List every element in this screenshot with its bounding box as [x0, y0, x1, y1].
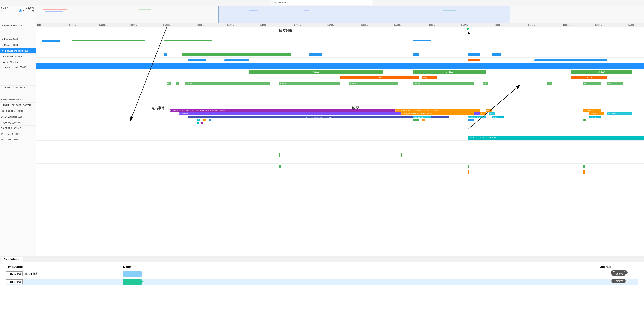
ffrt-delay-tick2 [528, 142, 529, 145]
proc-row-ability[interactable]: H:ABILITY_OR_PAGE_SWITCH [0, 103, 36, 108]
proc-label: Process 1304 [4, 44, 18, 46]
ts-header: TimeStamp [6, 265, 51, 268]
run-bar-4: Running [279, 82, 340, 85]
ruler-tick: 0.1699 s [163, 24, 170, 26]
huawei-active-track [36, 63, 644, 69]
ruler-tick: 0.1019 s [36, 24, 42, 26]
flag-line-2 [468, 27, 468, 256]
proc-row-huawei-sub1[interactable]: .huawei.preload 55890 [0, 65, 36, 86]
netsys-track [36, 38, 644, 52]
sub-bar9 [201, 122, 203, 124]
proc1463-bar2 [182, 53, 292, 56]
g1-radio[interactable] [19, 9, 22, 12]
proc-row-ffrt3[interactable]: OS_FFRT_3_0 55904 [0, 120, 36, 126]
timestamp-1: 168.7 ms [6, 271, 22, 276]
main-container: 6.5 s + 0.1599 s × G1 G2 ▶ netsysnative … [0, 6, 644, 334]
proc1463-bar1 [164, 53, 167, 56]
g2-radio[interactable] [28, 9, 30, 12]
proc-label: IPC_1_55892 55892 [1, 139, 20, 141]
proc-row-1463[interactable]: ▶ Process 1463 [0, 36, 36, 42]
proc1463-bar4 [413, 53, 419, 56]
ipc2-dot2 [583, 170, 585, 174]
ruler-tick: 0.1859 s [428, 24, 435, 26]
run-bar-2 [176, 82, 180, 85]
touch-tick [170, 130, 170, 134]
remove-button-1[interactable]: Remove [612, 272, 626, 276]
proc-label: Actual Timeline [3, 61, 19, 63]
operate-header: Operate [600, 265, 611, 268]
actual-bar-3: 352224 [571, 76, 608, 79]
proc1304-bar2 [224, 59, 249, 61]
track-area[interactable]: 0.1019 s 0.1639 s 0.1659 s 0.1679 s 0.16… [36, 6, 644, 256]
sub-bar2 [203, 119, 206, 121]
proc-row-ffrt2[interactable]: OS_FFRT_2_0 55910 [0, 126, 36, 131]
netsys-bar [42, 39, 60, 42]
proc-label: Expected Timeline [3, 55, 22, 58]
flags-tab[interactable]: Flags Selection [1, 257, 23, 262]
response-arrow-line [166, 33, 468, 33]
ruler-tick: 0.1679 s [130, 24, 137, 26]
receive-bar3: H:Receive V... [583, 109, 602, 112]
proc-row-touch[interactable]: H:touchEventDispatch [0, 97, 36, 103]
response-label: 响应时延 [279, 29, 292, 33]
color-header: Color [123, 265, 131, 268]
expand-arrow: ▶ [2, 24, 3, 27]
proc1463-track [36, 52, 644, 58]
remove-button-2[interactable]: Remove [612, 279, 626, 283]
color-swatch-1 [123, 271, 142, 277]
ffrt3-tick [279, 153, 280, 157]
swatch-arrow [142, 280, 144, 283]
ruler-tick: 0.1839 s [394, 24, 401, 26]
run-bar-8 [547, 82, 552, 85]
proc-row-1304[interactable]: ▶ Process 1304 [0, 42, 36, 48]
g1-radio-label[interactable]: G1 [19, 9, 26, 12]
proc-row-actual[interactable]: Actual Timeline [0, 59, 36, 65]
proc-row-huawei-active[interactable]: ▼ .huawei.preload 55890 [0, 48, 36, 54]
g2-radio-label[interactable]: G2 [28, 9, 34, 12]
proc1304-bar4 [534, 59, 608, 61]
flag-row-2[interactable]: 186.8 ms Remove [6, 279, 638, 285]
expected-timeline-track: 352222 352223 352224 [36, 69, 644, 75]
expand-arrow: ▶ [2, 38, 3, 40]
flags-tab-bar: Flags Selection [0, 256, 644, 262]
ruler-tick: 0.1879 s [461, 24, 468, 26]
proc-row-ipc1[interactable]: IPC_1_55892 55892 [0, 131, 36, 137]
flags-header-row: TimeStamp Color Operate [6, 265, 638, 268]
proc-row-huawei-sub2[interactable]: .huawei.preload 55890 [0, 86, 36, 97]
ruler-tick: 0.1959 s [595, 24, 602, 26]
proc-row-dfx[interactable]: OS_DfxWatchdog 55894 [0, 114, 36, 120]
receive-bar: H:ReceiveVsync dataCount:24bytes now:710… [394, 109, 480, 112]
ipc2-track [36, 169, 644, 175]
expand-arrow: ▶ [2, 44, 3, 46]
flag-row-1: 168.7 ms 响应时延 Remove [6, 271, 638, 276]
time-start: 6.5 s + [1, 6, 8, 9]
huawei-run-track1: Rum. Running Running Running Running H:R… [36, 80, 644, 86]
proc-row-ffrt-delay[interactable]: OS_FFRT_Delay 55903 [0, 108, 36, 114]
ffrt2-track [36, 158, 644, 164]
search-input[interactable] [278, 1, 370, 4]
close-icon[interactable]: × [1, 9, 2, 12]
onsync-bar2: H:O... [480, 112, 486, 115]
proc1304-bar3 [468, 59, 480, 61]
onsync-bar: H:OnVsyncEvent now:710350697365659 [401, 112, 474, 115]
onsync-bar3: H:OnVsy... [589, 112, 604, 115]
sub-bar3 [209, 119, 211, 121]
response2-label: 响应 [352, 106, 359, 110]
minimap[interactable] [36, 6, 644, 23]
expand-arrow: ▼ [2, 50, 4, 52]
proc-row-netsys[interactable]: ▶ netsysnative 1505 [0, 23, 36, 36]
ffrt3-tick2 [401, 153, 402, 157]
touch-dispatch-track [36, 129, 644, 135]
proc-label: .huawei.preload 55890 [3, 66, 26, 68]
run-bar-7: H:R... [483, 82, 488, 85]
proc-row-expected[interactable]: Expected Timeline [0, 54, 36, 59]
netsys-bar4 [413, 39, 431, 41]
proc-row-ipc2[interactable]: IPC_1_55892 55892 [0, 137, 36, 143]
timestamp-2: 186.8 ms [6, 279, 22, 284]
expected-bar-2: 352223 [413, 70, 486, 74]
flush-bar2: H:FlushVs... [608, 112, 632, 115]
netsys-bar3 [164, 39, 212, 41]
sub-bar7 [583, 119, 586, 121]
run-bar-9: Ru... [583, 82, 602, 85]
sub-bar8: H... [197, 122, 199, 124]
